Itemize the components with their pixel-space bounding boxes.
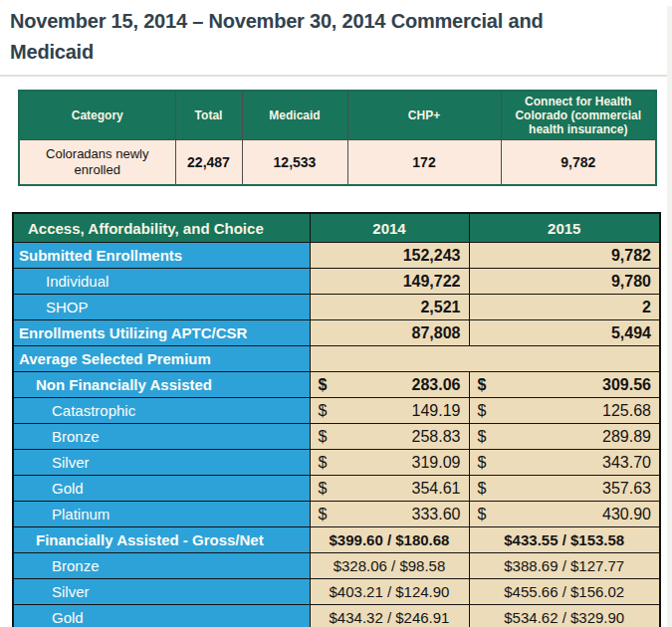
value-2014: $434.32 / $246.91 (310, 605, 469, 627)
value-2014: $319.09 (310, 450, 469, 476)
page-title-line1: November 15, 2014 – November 30, 2014 Co… (10, 6, 672, 37)
metric-label: Individual (13, 269, 310, 295)
value-2015: $309.56 (469, 372, 660, 398)
value-2014: 149,722 (310, 269, 469, 295)
enrollment-header-row: Category Total Medicaid CHP+ Connect for… (19, 91, 656, 140)
page-edge-right (667, 6, 672, 627)
metrics-header-row: Access, Affordability, and Choice 2014 2… (13, 213, 660, 243)
value-2015: $455.66 / $156.02 (469, 579, 660, 605)
value-2015: 5,494 (469, 320, 660, 346)
row-enrollments-aptc-csr: Enrollments Utilizing APTC/CSR 87,808 5,… (13, 320, 660, 346)
enrollment-summary-table: Category Total Medicaid CHP+ Connect for… (18, 90, 657, 186)
value-2014: 152,243 (310, 243, 469, 269)
value-2014: $354.61 (310, 476, 469, 502)
column-header-chp: CHP+ (347, 91, 501, 140)
value-2014: $149.19 (310, 398, 469, 424)
value-2015: $534.62 / $329.90 (469, 605, 660, 627)
currency-symbol: $ (478, 376, 487, 394)
currency-symbol: $ (478, 506, 487, 523)
page-title: November 15, 2014 – November 30, 2014 Co… (10, 6, 672, 68)
title-divider (0, 75, 672, 77)
metric-label: Silver (13, 579, 310, 605)
currency-symbol: $ (478, 454, 487, 472)
row-bronze-gross-net: Bronze $328.06 / $98.58 $388.69 / $127.7… (13, 553, 660, 579)
row-average-selected-premium: Average Selected Premium (13, 346, 660, 372)
metric-label: Enrollments Utilizing APTC/CSR (13, 320, 310, 346)
currency-symbol: $ (319, 454, 328, 472)
row-catastrophic: Catastrophic $149.19 $125.68 (13, 398, 660, 424)
currency-symbol: $ (319, 402, 328, 420)
empty-span-cell (310, 346, 660, 372)
column-header-2014: 2014 (310, 213, 469, 243)
report-page: November 15, 2014 – November 30, 2014 Co… (0, 6, 672, 627)
enrollment-medicaid-cell: 12,533 (242, 140, 347, 186)
metrics-table-title: Access, Affordability, and Choice (13, 213, 310, 243)
metric-label: Silver (13, 450, 310, 476)
row-financially-assisted-gross-net: Financially Assisted - Gross/Net $399.60… (13, 527, 660, 553)
enrollment-category-cell: Coloradans newly enrolled (19, 140, 175, 186)
value-2015: 2 (469, 295, 660, 320)
metric-label: Bronze (13, 553, 310, 579)
value-2014: $333.60 (310, 502, 469, 527)
currency-symbol: $ (478, 402, 487, 420)
metric-label: Submitted Enrollments (13, 243, 310, 269)
row-submitted-enrollments: Submitted Enrollments 152,243 9,782 (13, 243, 660, 269)
currency-symbol: $ (319, 376, 328, 394)
value-2015: 9,780 (469, 269, 660, 295)
row-gold-gross-net: Gold $434.32 / $246.91 $534.62 / $329.90 (13, 605, 660, 627)
value-2015: $289.89 (469, 424, 660, 450)
enrollment-data-row: Coloradans newly enrolled 22,487 12,533 … (19, 140, 656, 186)
enrollment-connect-cell: 9,782 (501, 140, 656, 186)
value-2015: $357.63 (469, 476, 660, 502)
value-2015: $125.68 (469, 398, 660, 424)
column-header-2015: 2015 (469, 213, 660, 243)
value-2014: $283.06 (310, 372, 469, 398)
metric-label: Platinum (13, 502, 310, 527)
metric-label: Non Financially Assisted (13, 372, 310, 398)
column-header-medicaid: Medicaid (242, 91, 347, 140)
metrics-table: Access, Affordability, and Choice 2014 2… (12, 212, 661, 627)
currency-symbol: $ (478, 480, 487, 498)
value-2015: $433.55 / $153.58 (469, 527, 660, 553)
value-2015: $388.69 / $127.77 (469, 553, 660, 579)
value-2014: $328.06 / $98.58 (310, 553, 469, 579)
metric-label: Gold (13, 476, 310, 502)
row-non-financially-assisted: Non Financially Assisted $283.06 $309.56 (13, 372, 660, 398)
column-header-total: Total (175, 91, 242, 140)
row-shop: SHOP 2,521 2 (13, 295, 660, 320)
value-2015: $343.70 (469, 450, 660, 476)
value-2014: 2,521 (310, 295, 469, 320)
value-2014: $399.60 / $180.68 (310, 527, 469, 553)
column-header-category: Category (19, 91, 175, 140)
metric-label: SHOP (13, 295, 310, 320)
page-title-line2: Medicaid (10, 37, 672, 68)
enrollment-chp-cell: 172 (347, 140, 501, 186)
row-platinum-premium: Platinum $333.60 $430.90 (13, 502, 660, 527)
column-header-connect: Connect for Health Colorado (commercial … (501, 91, 656, 140)
value-2014: $258.83 (310, 424, 469, 450)
metric-label: Catastrophic (13, 398, 310, 424)
value-2014: 87,808 (310, 320, 469, 346)
row-silver-gross-net: Silver $403.21 / $124.90 $455.66 / $156.… (13, 579, 660, 605)
currency-symbol: $ (478, 428, 487, 446)
row-gold-premium: Gold $354.61 $357.63 (13, 476, 660, 502)
row-bronze-premium: Bronze $258.83 $289.89 (13, 424, 660, 450)
row-silver-premium: Silver $319.09 $343.70 (13, 450, 660, 476)
currency-symbol: $ (319, 506, 328, 523)
metric-label: Gold (13, 605, 310, 627)
enrollment-total-cell: 22,487 (175, 140, 242, 186)
currency-symbol: $ (319, 480, 328, 498)
value-2015: 9,782 (469, 243, 660, 269)
row-individual: Individual 149,722 9,780 (13, 269, 660, 295)
value-2015: $430.90 (469, 502, 660, 527)
metric-label: Bronze (13, 424, 310, 450)
metric-label: Financially Assisted - Gross/Net (13, 527, 310, 553)
metric-label: Average Selected Premium (13, 346, 310, 372)
value-2014: $403.21 / $124.90 (310, 579, 469, 605)
currency-symbol: $ (319, 428, 328, 446)
